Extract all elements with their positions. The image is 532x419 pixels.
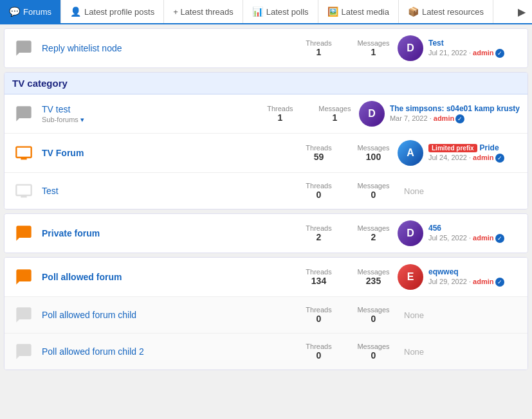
threads-value: 2 — [301, 232, 336, 242]
main-content: Reply whitelist node Threads 1 Messages … — [0, 24, 532, 378]
nav-profile-label: Latest profile posts — [84, 7, 154, 17]
no-latest: None — [398, 347, 424, 357]
latest-thread-title[interactable]: 456 — [428, 224, 520, 233]
sub-forums-link[interactable]: ▾ — [80, 116, 84, 123]
forum-latest-private: D 456 Jul 25, 2022 · admin✓ — [391, 220, 520, 246]
forum-icon-test — [12, 179, 35, 202]
forum-row: Reply whitelist node Threads 1 Messages … — [5, 29, 527, 67]
forum-icon-private — [12, 222, 35, 245]
forum-title-test[interactable]: Test — [42, 186, 295, 196]
verified-badge: ✓ — [495, 234, 504, 243]
forum-info-tv-test: TV test Sub-forums ▾ — [35, 104, 262, 124]
verified-badge: ✓ — [495, 154, 504, 163]
latest-info: Limited prefixPride Jul 24, 2022 · admin… — [428, 143, 520, 163]
forum-title-tv-forum[interactable]: TV Forum — [42, 148, 295, 158]
forums-icon: 💬 — [9, 6, 20, 17]
forum-info-test: Test — [35, 186, 301, 196]
latest-author[interactable]: admin — [473, 154, 493, 161]
messages-value: 0 — [356, 314, 391, 324]
latest-author[interactable]: admin — [473, 278, 493, 285]
stat-threads-poll: Threads 134 — [301, 268, 336, 286]
latest-info: Test Jul 21, 2022 · admin✓ — [428, 39, 520, 58]
threads-label: Threads — [301, 144, 336, 152]
forum-info: Reply whitelist node — [35, 43, 301, 53]
forum-icon-poll-child-2 — [12, 340, 35, 363]
latest-thread-title[interactable]: Test — [428, 39, 520, 48]
latest-thread-title[interactable]: Limited prefixPride — [428, 143, 520, 152]
forum-row-tv-test: TV test Sub-forums ▾ Threads 1 Messages … — [5, 94, 527, 134]
sub-forums: Sub-forums ▾ — [42, 116, 256, 124]
threads-label: Threads — [301, 268, 336, 276]
forum-block-poll: Poll allowed forum Threads 134 Messages … — [4, 257, 528, 370]
forum-stats-private: Threads 2 Messages 2 — [301, 224, 391, 242]
nav-latest-media-label: Latest media — [342, 7, 389, 17]
forum-stats: Threads 1 Messages 1 — [301, 39, 391, 57]
forum-stats-poll-child: Threads 0 Messages 0 — [301, 306, 391, 324]
messages-value: 1 — [356, 47, 391, 57]
stat-messages-tv-test: Messages 1 — [317, 105, 353, 123]
forum-latest-poll-child-2: None — [391, 347, 520, 357]
forum-info-poll-child: Poll allowed forum child — [35, 310, 301, 320]
forum-icon-poll — [12, 265, 35, 289]
forum-row-test: Test Threads 0 Messages 0 None — [5, 173, 527, 209]
forum-title-poll-child[interactable]: Poll allowed forum child — [42, 310, 295, 320]
no-latest: None — [398, 186, 424, 196]
forum-info-tv-forum: TV Forum — [35, 148, 301, 158]
category-header-tv: TV category — [5, 73, 527, 94]
forum-icon-chat — [12, 37, 35, 60]
threads-value: 1 — [262, 112, 298, 123]
threads-label: Threads — [301, 343, 336, 350]
forum-block-tv-category: TV category TV test Sub-forums ▾ Threads… — [4, 72, 528, 209]
nav-more-button[interactable]: ▶ — [511, 0, 532, 23]
threads-value: 1 — [301, 47, 336, 57]
latest-author[interactable]: admin — [473, 49, 493, 57]
forum-title[interactable]: Reply whitelist node — [42, 43, 295, 53]
latest-info: The simpsons: s04e01 kamp krusty Mar 7, … — [390, 104, 520, 123]
latest-author[interactable]: admin — [473, 234, 493, 242]
forum-title-poll[interactable]: Poll allowed forum — [42, 272, 295, 282]
stat-threads-test: Threads 0 — [301, 182, 336, 200]
resources-icon: 📦 — [408, 6, 419, 17]
forum-row-tv-forum: TV Forum Threads 59 Messages 100 A Limit… — [5, 134, 527, 173]
threads-label: Threads — [262, 105, 298, 112]
stat-messages-poll-child: Messages 0 — [356, 306, 391, 324]
forum-title-tv-test[interactable]: TV test — [42, 104, 256, 114]
nav-latest-media[interactable]: 🖼️ Latest media — [318, 0, 399, 23]
forum-title-private[interactable]: Private forum — [42, 228, 295, 238]
forum-title-poll-child-2[interactable]: Poll allowed forum child 2 — [42, 346, 295, 357]
threads-value: 0 — [301, 314, 336, 324]
stat-messages-tv-forum: Messages 100 — [356, 144, 391, 162]
forum-info-private: Private forum — [35, 228, 301, 238]
latest-meta: Jul 24, 2022 · admin✓ — [428, 154, 520, 163]
stat-messages-poll: Messages 235 — [356, 268, 391, 286]
threads-value: 134 — [301, 276, 336, 286]
forum-row-private: Private forum Threads 2 Messages 2 D 456… — [5, 214, 527, 253]
forum-info-poll: Poll allowed forum — [35, 272, 301, 282]
avatar: D — [359, 101, 385, 127]
latest-meta: Jul 25, 2022 · admin✓ — [428, 234, 520, 243]
messages-label: Messages — [356, 306, 391, 314]
nav-latest-threads-label: + Latest threads — [173, 7, 234, 17]
threads-label: Threads — [301, 182, 336, 190]
profile-icon: 👤 — [70, 6, 81, 17]
stat-threads: Threads 1 — [301, 39, 336, 57]
nav-profile-posts[interactable]: 👤 Latest profile posts — [61, 0, 164, 23]
nav-forums[interactable]: 💬 Forums — [0, 0, 61, 23]
nav-latest-resources[interactable]: 📦 Latest resources — [399, 0, 493, 23]
forum-latest-test: None — [391, 186, 520, 196]
nav-forums-label: Forums — [23, 7, 51, 17]
nav-latest-threads[interactable]: + Latest threads — [164, 0, 243, 23]
stat-messages-poll-child-2: Messages 0 — [356, 343, 391, 361]
messages-value: 100 — [356, 152, 391, 162]
latest-meta: Mar 7, 2022 · admin✓ — [390, 114, 520, 123]
avatar: E — [398, 264, 423, 290]
latest-author[interactable]: admin — [434, 114, 454, 122]
forum-block-reply-whitelist: Reply whitelist node Threads 1 Messages … — [4, 28, 528, 68]
nav-latest-polls-label: Latest polls — [266, 7, 309, 17]
latest-meta: Jul 29, 2022 · admin✓ — [428, 278, 520, 287]
latest-thread-title[interactable]: eqwweq — [428, 267, 520, 276]
verified-badge: ✓ — [495, 278, 504, 287]
nav-latest-polls[interactable]: 📊 Latest polls — [243, 0, 318, 23]
latest-thread-title[interactable]: The simpsons: s04e01 kamp krusty — [390, 104, 520, 113]
forum-latest-tv-forum: A Limited prefixPride Jul 24, 2022 · adm… — [391, 140, 520, 166]
